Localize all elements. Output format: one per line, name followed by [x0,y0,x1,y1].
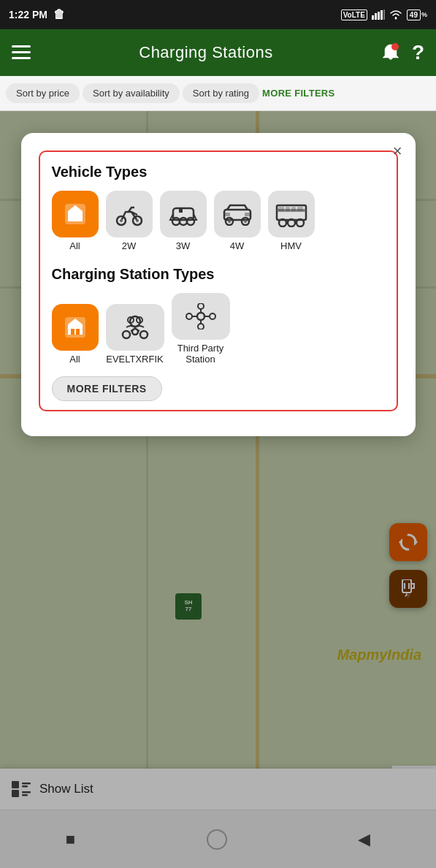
time-display: 1:22 PM [9,9,47,20]
svg-point-66 [198,303,204,309]
svg-rect-1 [375,13,377,20]
help-icon[interactable]: ? [412,41,424,64]
svg-rect-51 [291,207,296,211]
battery-icon: 49 % [407,9,427,20]
svg-rect-8 [12,57,31,59]
svg-rect-7 [12,51,31,53]
svg-point-68 [186,313,192,319]
filter-section: Vehicle Types All [39,151,398,411]
more-filters-button[interactable]: MORE FILTERS [52,376,162,401]
vehicle-2w-icon-box [106,191,153,237]
notification-bell-icon[interactable] [381,43,400,62]
svg-point-26 [69,214,72,217]
charging-third-party-icon-box [172,293,230,340]
svg-point-58 [140,331,148,338]
svg-point-59 [132,329,138,335]
svg-rect-55 [76,329,80,335]
filter-modal: × Vehicle Types [21,133,416,436]
vehicle-type-all[interactable]: All [52,191,99,251]
svg-rect-36 [179,208,183,213]
svg-rect-50 [286,207,290,211]
hamburger-menu-icon[interactable] [12,45,31,60]
svg-point-41 [244,220,247,223]
vehicle-3w-label: 3W [176,240,191,251]
more-filters-sort-bar-button[interactable]: MORE FILTERS [262,88,334,99]
svg-point-57 [123,331,130,338]
svg-point-69 [210,313,215,319]
svg-rect-43 [245,213,250,216]
charging-type-third-party[interactable]: Third Party Station [172,293,230,365]
svg-point-40 [228,220,231,223]
svg-rect-49 [278,207,284,211]
status-right: VoLTE 49 % [341,9,427,20]
vehicle-type-4w[interactable]: 4W [214,191,261,251]
svg-point-65 [197,313,204,320]
charging-types-row: All [52,293,385,365]
trash-icon: 🗑 [53,8,65,21]
vehicle-all-icon-box [52,191,99,237]
charging-third-party-label: Third Party Station [172,343,230,365]
modal-overlay: × Vehicle Types [0,111,436,868]
svg-point-5 [394,18,397,20]
vehicle-4w-label: 4W [230,240,245,251]
vehicle-all-label: All [69,240,80,251]
charging-station-types-title: Charging Station Types [52,266,385,283]
nav-bar: Charging Stations ? [0,29,436,76]
charging-eveltxrfik-label: EVELTXRFIK [106,354,164,365]
status-left: 1:22 PM 🗑 [9,8,65,21]
svg-point-9 [391,43,399,50]
vehicle-type-2w[interactable]: 2W [106,191,153,251]
svg-rect-6 [12,45,31,47]
svg-point-27 [78,214,81,217]
vehicle-3w-icon-box [160,191,207,237]
svg-rect-42 [224,213,230,216]
signal-bars-icon [372,9,385,20]
charging-all-label: All [69,354,80,365]
sort-by-price-button[interactable]: Sort by price [6,83,80,103]
svg-rect-2 [378,12,380,20]
svg-rect-4 [383,9,385,20]
vehicle-2w-label: 2W [122,240,137,251]
svg-point-34 [187,218,194,225]
nav-action-icons: ? [381,41,424,64]
wifi-icon [389,9,402,20]
svg-point-31 [136,219,139,222]
svg-rect-3 [380,10,383,20]
status-bar: 1:22 PM 🗑 VoLTE 49 % [0,0,436,29]
svg-rect-54 [71,329,74,335]
modal-close-button[interactable]: × [393,143,402,159]
sort-bar: Sort by price Sort by availability Sort … [0,76,436,111]
vehicle-type-hmv[interactable]: HMV [268,191,315,251]
svg-point-35 [180,218,187,225]
svg-rect-52 [297,207,303,211]
svg-line-61 [131,330,132,331]
svg-point-30 [120,219,123,222]
sort-by-availability-button[interactable]: Sort by availability [83,83,180,103]
charging-type-eveltxrfik[interactable]: EVELTXRFIK [106,304,164,365]
svg-point-67 [198,324,204,330]
vehicle-type-3w[interactable]: 3W [160,191,207,251]
vehicle-4w-icon-box [214,191,261,237]
page-title: Charging Stations [139,43,272,62]
charging-eveltxrfik-icon-box [106,304,164,351]
charging-type-all[interactable]: All [52,304,99,365]
charging-all-icon-box [52,304,99,351]
vehicle-hmv-icon-box [268,191,315,237]
sort-by-rating-button[interactable]: Sort by rating [183,83,259,103]
vehicle-types-title: Vehicle Types [52,164,385,180]
vehicle-types-row: All 2W [52,191,385,251]
volte-icon: VoLTE [341,9,367,20]
vehicle-hmv-label: HMV [280,240,302,251]
svg-point-33 [172,218,180,225]
svg-rect-0 [372,15,374,20]
svg-line-62 [138,330,139,331]
